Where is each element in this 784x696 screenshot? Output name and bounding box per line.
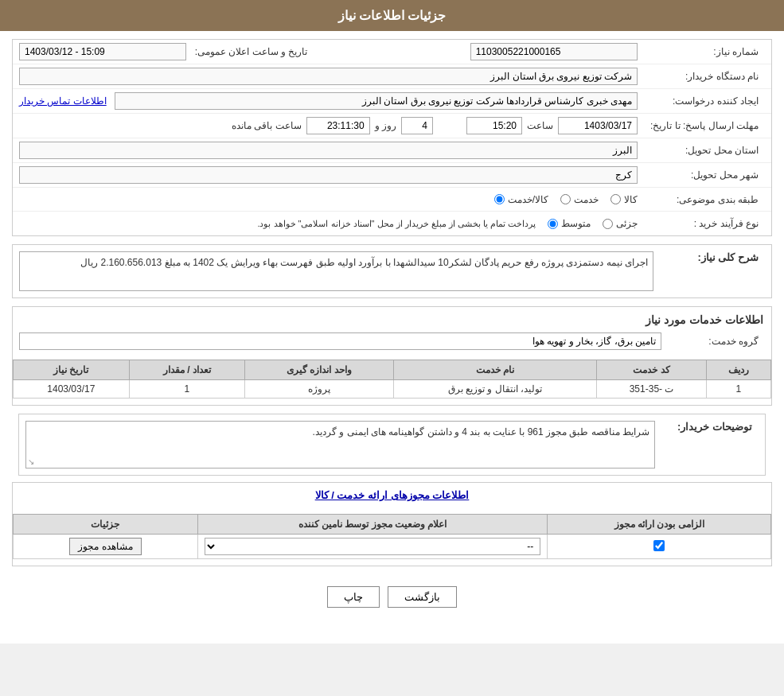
ejad-konande-input[interactable] — [115, 92, 638, 110]
cell-vahed: پروژه — [245, 380, 393, 399]
khadamat-title: اطلاعات خدمات مورد نیاز — [13, 307, 771, 329]
table-row: 1 ت -35-351 تولید، انتقال و توزیع برق پر… — [14, 380, 771, 399]
rooz-label: روز و — [375, 120, 396, 131]
shahr-input[interactable] — [19, 166, 638, 184]
radio-motovaset-input[interactable] — [548, 219, 558, 229]
cell-tarikh: 1403/03/17 — [14, 380, 130, 399]
shomare-niaz-input[interactable] — [470, 43, 638, 60]
col-naam: نام خدمت — [393, 360, 597, 380]
col-tedad: تعداد / مقدار — [129, 360, 245, 380]
mojavvez-btn[interactable]: مشاهده مجوز — [69, 538, 141, 555]
radio-motovaset[interactable]: متوسط — [548, 218, 591, 229]
mohlat-label: مهلت ارسال پاسخ: تا تاریخ: — [638, 120, 765, 131]
page-header: جزئیات اطلاعات نیاز — [0, 0, 784, 31]
vaziat-select[interactable]: -- — [205, 538, 541, 555]
radio-kala-khadamat-label: کالا/خدمت — [508, 194, 548, 205]
col-elzami: الزامی بودن ارائه مجوز — [548, 515, 771, 535]
col-tarikh: تاریخ نیاز — [14, 360, 130, 380]
elzami-checkbox[interactable] — [653, 540, 665, 551]
cell-vaziat: -- — [197, 535, 548, 559]
mojavvez-table: الزامی بودن ارائه مجوز اعلام وضعیت مجوز … — [13, 514, 771, 559]
cell-joziyat: مشاهده مجوز — [14, 535, 198, 559]
baqi-label: ساعت باقی مانده — [232, 120, 302, 131]
ostan-label: استان محل تحویل: — [638, 145, 765, 156]
cell-radif: 1 — [706, 380, 770, 399]
sharh-label: شرح کلی نیاز: — [653, 251, 765, 263]
mohlat-rooz-input[interactable] — [401, 117, 433, 134]
radio-kala-khadamat-input[interactable] — [494, 194, 505, 204]
gorooh-label: گروه خدمت: — [661, 336, 765, 347]
radio-kala-input[interactable] — [610, 194, 621, 204]
shomare-niaz-label: شماره نیاز: — [638, 46, 765, 57]
col-vahed: واحد اندازه گیری — [245, 360, 393, 380]
nam-dastgah-input[interactable] — [19, 68, 638, 85]
header-title: جزئیات اطلاعات نیاز — [338, 9, 447, 22]
tawzih-content: شرایط مناقصه طبق مجوز 961 با عنایت به بن… — [25, 421, 655, 469]
gorooh-input[interactable] — [19, 332, 661, 350]
radio-kala-khadamat[interactable]: کالا/خدمت — [494, 194, 548, 205]
nam-dastgah-label: نام دستگاه خریدار: — [638, 71, 765, 82]
saat-label: ساعت — [527, 120, 553, 131]
radio-kala[interactable]: کالا — [610, 194, 638, 205]
radio-khadamat-input[interactable] — [560, 194, 571, 204]
cell-naam: تولید، انتقال و توزیع برق — [393, 380, 597, 399]
back-button[interactable]: بازگشت — [388, 586, 457, 608]
sharh-content: اجرای نیمه دستمزدی پروژه رفع حریم پادگان… — [19, 251, 653, 291]
mohlat-baqi-input[interactable] — [306, 117, 370, 134]
col-radif: ردیف — [706, 360, 770, 380]
radio-kala-label: کالا — [624, 194, 638, 205]
nooe-farayand-label: نوع فرآیند خرید : — [638, 218, 765, 229]
col-joziyat: جزئیات — [14, 515, 198, 535]
bottom-buttons: بازگشت چاپ — [12, 574, 772, 620]
tarikh-label: تاریخ و ساعت اعلان عمومی: — [186, 46, 314, 57]
tasnif-label: طبقه بندی موضوعی: — [638, 194, 765, 205]
mojavvez-title: اطلاعات مجوزهای ارائه خدمت / کالا — [13, 483, 771, 507]
cell-elzami — [548, 535, 771, 559]
khadamat-table: ردیف کد خدمت نام خدمت واحد اندازه گیری ت… — [13, 360, 771, 399]
ejad-konande-label: ایجاد کننده درخواست: — [638, 95, 765, 107]
col-vaziat: اعلام وضعیت مجوز توسط نامین کننده — [197, 515, 548, 535]
shahr-label: شهر محل تحویل: — [638, 169, 765, 181]
radio-khadamat[interactable]: خدمت — [560, 194, 599, 205]
mohlat-date-input[interactable] — [558, 117, 638, 134]
radio-motovaset-label: متوسط — [561, 218, 591, 229]
radio-jozi-input[interactable] — [603, 219, 613, 229]
mohlat-saat-input[interactable] — [466, 117, 522, 134]
radio-khadamat-label: خدمت — [574, 194, 599, 205]
print-button[interactable]: چاپ — [327, 586, 380, 608]
tarikh-input[interactable] — [19, 43, 186, 60]
col-kod: کد خدمت — [597, 360, 706, 380]
mojavvez-row: -- مشاهده مجوز — [14, 535, 771, 559]
nooe-desc: پرداخت تمام یا بخشی از مبلغ خریدار از مح… — [257, 219, 536, 229]
radio-jozi-label: جزئی — [616, 218, 638, 229]
cell-tedad: 1 — [129, 380, 245, 399]
tamas-khardar-link[interactable]: اطلاعات تماس خریدار — [19, 95, 107, 107]
radio-jozi[interactable]: جزئی — [603, 218, 638, 229]
tawzih-label: توضیحات خریدار: — [655, 421, 759, 469]
ostan-input[interactable] — [19, 142, 638, 159]
cell-kod: ت -35-351 — [597, 380, 706, 399]
